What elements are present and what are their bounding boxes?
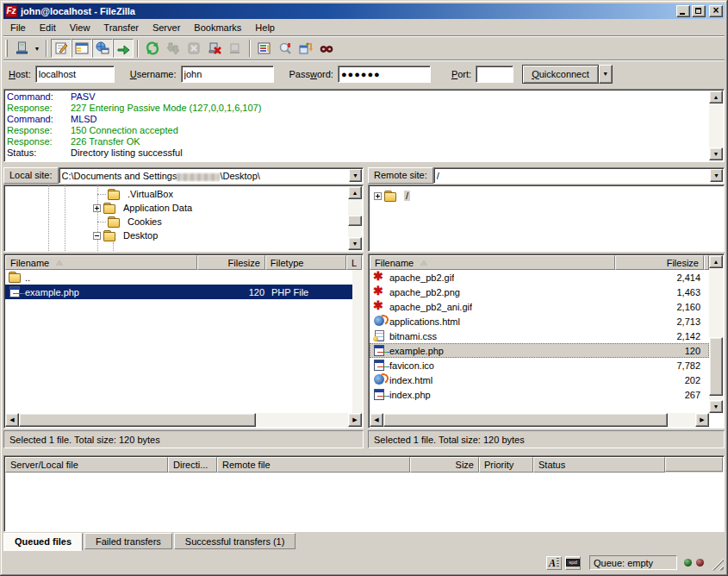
process-queue-button[interactable] — [163, 39, 184, 58]
scroll-right-button[interactable]: ▶ — [348, 413, 362, 427]
filezilla-logo-icon[interactable]: Fz — [5, 5, 17, 17]
quickconnect-button[interactable]: Quickconnect — [522, 65, 599, 84]
tree-item-application-data[interactable]: Application Data — [93, 201, 192, 215]
scroll-down-button[interactable]: ▼ — [709, 147, 723, 160]
tab-failed-transfers[interactable]: Failed transfers — [84, 533, 172, 549]
password-input[interactable] — [338, 66, 431, 83]
column-header-filename[interactable]: Filename — [370, 255, 615, 270]
column-header-filesize[interactable]: Filesize — [197, 255, 265, 270]
column-header-status[interactable]: Status — [533, 457, 665, 473]
remote-directory-tree[interactable]: / — [368, 185, 725, 252]
tree-item-virtualbox[interactable]: .VirtualBox — [97, 187, 173, 201]
maximize-button[interactable] — [692, 5, 706, 17]
local-file-list[interactable]: Filename Filesize Filetype L .. example.… — [3, 254, 364, 429]
menu-view[interactable]: View — [63, 20, 97, 35]
scroll-down-button[interactable]: ▼ — [348, 237, 362, 250]
username-input[interactable] — [181, 66, 274, 83]
local-directory-tree[interactable]: .VirtualBox Application Data Cookies Des… — [3, 185, 364, 252]
refresh-button[interactable] — [142, 39, 163, 58]
site-manager-button[interactable] — [11, 39, 32, 58]
expand-icon[interactable] — [93, 204, 101, 212]
toggle-transfer-queue-button[interactable] — [113, 39, 134, 58]
tree-item-desktop[interactable]: Desktop — [93, 229, 158, 242]
directory-filters-button[interactable] — [254, 39, 275, 58]
tab-queued-files[interactable]: Queued files — [3, 533, 83, 551]
local-site-combobox[interactable]: C:\Documents and Settings\Desktop\ ▼ — [59, 167, 364, 184]
message-log[interactable]: Command:PASV Response:227 Entering Passi… — [3, 89, 725, 162]
title-bar[interactable]: Fz john@localhost - FileZilla — [3, 3, 725, 19]
local-list-hscrollbar[interactable]: ◀ ▶ — [5, 413, 362, 427]
tree-item-cookies[interactable]: Cookies — [97, 215, 162, 229]
scroll-down-button[interactable]: ▼ — [709, 400, 723, 413]
site-manager-dropdown[interactable]: ▼ — [32, 39, 42, 58]
menu-help[interactable]: Help — [248, 20, 282, 35]
local-site-path[interactable]: C:\Documents and Settings\Desktop\ — [62, 170, 347, 182]
transfer-type-indicator-icon[interactable]: A — [546, 556, 562, 570]
scrollbar-thumb[interactable] — [348, 216, 362, 226]
file-row[interactable]: apache_pb2_ani.gif 2,160 — [370, 299, 709, 314]
menu-bookmarks[interactable]: Bookmarks — [187, 20, 248, 35]
local-tree-scrollbar[interactable]: ▲ ▼ — [348, 186, 362, 250]
toggle-message-log-button[interactable] — [51, 39, 72, 58]
port-input[interactable] — [476, 66, 513, 83]
scroll-left-button[interactable]: ◀ — [370, 413, 383, 427]
column-header-size[interactable]: Size — [410, 457, 479, 473]
cancel-operation-button[interactable] — [184, 39, 204, 58]
column-header-last-modified[interactable]: L — [346, 255, 362, 270]
remote-list-vscrollbar[interactable]: ▲ ▼ — [709, 255, 723, 413]
file-row[interactable]: index.html 202 — [370, 373, 709, 387]
remote-site-combobox[interactable]: / ▼ — [433, 167, 725, 184]
scrollbar-thumb[interactable] — [709, 337, 723, 396]
scroll-up-button[interactable]: ▲ — [348, 186, 362, 199]
remote-site-dropdown[interactable]: ▼ — [710, 169, 723, 182]
remote-list-hscrollbar[interactable]: ◀ ▶ — [370, 413, 709, 427]
remote-site-path[interactable]: / — [437, 170, 708, 182]
tab-successful-transfers[interactable]: Successful transfers (1) — [174, 533, 296, 549]
file-row[interactable]: apache_pb2.gif 2,414 — [370, 270, 709, 285]
tree-item-root[interactable]: / — [374, 189, 410, 203]
reconnect-button[interactable] — [225, 39, 246, 58]
local-list-scroll-track[interactable] — [352, 270, 363, 413]
scrollbar-thumb[interactable] — [383, 413, 668, 427]
menu-server[interactable]: Server — [146, 20, 187, 35]
transfer-queue[interactable]: Server/Local file Directi... Remote file… — [3, 455, 725, 532]
file-row[interactable]: apache_pb2.png 1,463 — [370, 285, 709, 299]
quickconnect-dropdown[interactable]: ▼ — [599, 65, 613, 84]
column-header-filetype[interactable]: Filetype — [265, 255, 346, 270]
speed-limit-indicator-icon[interactable]: spd — [565, 556, 581, 570]
compare-directories-button[interactable] — [275, 39, 296, 58]
column-header-direction[interactable]: Directi... — [168, 457, 217, 473]
scrollbar-thumb[interactable] — [19, 413, 256, 427]
log-scrollbar[interactable]: ▲ ▼ — [709, 91, 723, 160]
toggle-local-tree-button[interactable] — [72, 39, 92, 58]
scroll-up-button[interactable]: ▲ — [709, 255, 723, 268]
menu-file[interactable]: File — [3, 20, 33, 35]
column-header-filename[interactable]: Filename — [5, 255, 197, 270]
file-row[interactable]: favicon.ico 7,782 — [370, 358, 709, 373]
find-files-button[interactable] — [316, 39, 337, 58]
file-row-parent-dir[interactable]: .. — [5, 270, 362, 285]
file-row[interactable]: bitnami.css 2,142 — [370, 329, 709, 343]
column-header-remote-file[interactable]: Remote file — [217, 457, 410, 473]
local-site-dropdown[interactable]: ▼ — [349, 169, 362, 182]
expand-icon[interactable] — [374, 192, 382, 200]
remote-file-list[interactable]: Filename Filesize apache_pb2.gif 2,414 a… — [368, 254, 725, 429]
column-header-server-local-file[interactable]: Server/Local file — [5, 457, 168, 473]
close-button[interactable] — [709, 5, 723, 17]
host-input[interactable] — [35, 66, 115, 83]
toolbar-grip[interactable] — [5, 40, 8, 57]
collapse-icon[interactable] — [93, 232, 101, 240]
synchronized-browsing-button[interactable] — [296, 39, 316, 58]
scroll-left-button[interactable]: ◀ — [5, 413, 19, 427]
menu-transfer[interactable]: Transfer — [96, 20, 146, 35]
resize-grip[interactable] — [712, 559, 724, 571]
file-row[interactable]: index.php 267 — [370, 387, 709, 402]
disconnect-button[interactable] — [204, 39, 225, 58]
scroll-right-button[interactable]: ▶ — [695, 413, 709, 427]
toggle-remote-tree-button[interactable] — [92, 39, 113, 58]
file-row[interactable]: applications.html 2,713 — [370, 314, 709, 329]
minimize-button[interactable] — [676, 5, 690, 17]
file-row-example-php[interactable]: example.php 120 PHP File 1 — [5, 285, 353, 299]
column-header-priority[interactable]: Priority — [479, 457, 533, 473]
scroll-up-button[interactable]: ▲ — [709, 91, 723, 103]
